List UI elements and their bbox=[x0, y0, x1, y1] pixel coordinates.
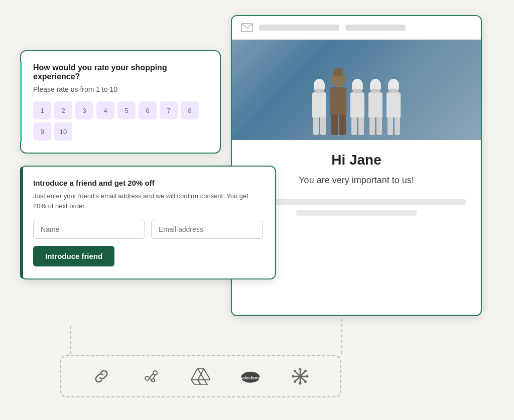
survey-subtitle: Please rate us from 1 to 10 bbox=[33, 85, 208, 93]
connector-right bbox=[341, 319, 342, 354]
scene: Hi Jane You are very important to us! Ho… bbox=[0, 0, 514, 420]
rating-btn-1[interactable]: 1 bbox=[33, 101, 51, 119]
integrations-bar: salesforce bbox=[60, 355, 341, 397]
svg-point-1 bbox=[153, 371, 157, 375]
email-placeholder-lines bbox=[247, 199, 466, 231]
svg-point-17 bbox=[299, 368, 302, 371]
rating-btn-8[interactable]: 8 bbox=[181, 101, 199, 119]
rating-btn-4[interactable]: 4 bbox=[96, 101, 114, 119]
survey-title: How would you rate your shopping experie… bbox=[33, 63, 208, 81]
email-hero-image bbox=[232, 40, 481, 140]
figure-3 bbox=[368, 79, 382, 135]
asterisk-icon bbox=[289, 365, 311, 387]
referral-card: Introduce a friend and get 20% off Just … bbox=[20, 166, 276, 279]
name-input[interactable] bbox=[33, 220, 145, 239]
svg-line-6 bbox=[153, 375, 155, 379]
hero-figures bbox=[312, 72, 401, 140]
svg-point-21 bbox=[294, 370, 296, 372]
svg-point-19 bbox=[292, 375, 295, 378]
link-icon bbox=[90, 365, 112, 387]
rating-btn-5[interactable]: 5 bbox=[117, 101, 136, 119]
svg-point-22 bbox=[304, 380, 307, 383]
email-input[interactable] bbox=[151, 220, 263, 239]
svg-marker-8 bbox=[191, 369, 204, 380]
referral-title: Introduce a friend and get 20% off bbox=[33, 179, 263, 187]
introduce-friend-button[interactable]: Introduce friend bbox=[33, 246, 114, 266]
drive-icon bbox=[190, 365, 212, 387]
rating-btn-2[interactable]: 2 bbox=[54, 101, 72, 119]
email-header-line2 bbox=[345, 25, 406, 31]
hubspot-icon bbox=[140, 365, 162, 387]
svg-point-23 bbox=[304, 370, 307, 372]
email-header-line1 bbox=[259, 25, 339, 31]
email-icon bbox=[241, 23, 253, 32]
svg-point-24 bbox=[294, 380, 296, 383]
svg-marker-10 bbox=[198, 380, 207, 385]
svg-point-18 bbox=[299, 382, 302, 385]
rating-btn-3[interactable]: 3 bbox=[75, 101, 93, 119]
creature-figure bbox=[330, 72, 346, 135]
svg-text:salesforce: salesforce bbox=[240, 375, 261, 380]
svg-marker-7 bbox=[198, 369, 210, 380]
rating-buttons: 12345678910 bbox=[33, 101, 208, 141]
rating-btn-7[interactable]: 7 bbox=[160, 101, 178, 119]
rating-btn-6[interactable]: 6 bbox=[139, 101, 157, 119]
rating-btn-10[interactable]: 10 bbox=[54, 122, 72, 141]
referral-inputs-group bbox=[33, 220, 263, 239]
salesforce-icon: salesforce bbox=[239, 365, 262, 387]
figure-2 bbox=[350, 79, 364, 135]
connector-left bbox=[70, 326, 71, 354]
svg-point-20 bbox=[306, 375, 309, 378]
content-line-2 bbox=[296, 210, 417, 216]
rating-btn-9[interactable]: 9 bbox=[33, 122, 51, 141]
content-line-1 bbox=[247, 199, 466, 205]
email-subtitle: You are very important to us! bbox=[247, 174, 466, 187]
content-line-3 bbox=[353, 225, 359, 231]
email-greeting: Hi Jane bbox=[247, 152, 466, 168]
survey-card: How would you rate your shopping experie… bbox=[20, 50, 221, 154]
svg-line-4 bbox=[149, 374, 153, 378]
svg-point-2 bbox=[145, 376, 149, 380]
figure-1 bbox=[312, 79, 326, 135]
email-header bbox=[232, 16, 481, 40]
referral-description: Just enter your friend's email address a… bbox=[33, 191, 263, 211]
figure-4 bbox=[387, 79, 401, 135]
